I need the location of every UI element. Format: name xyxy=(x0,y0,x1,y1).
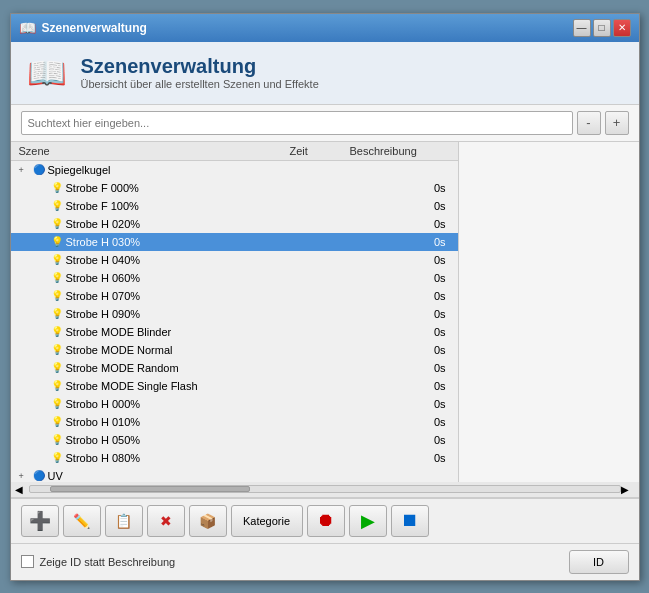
item-time: 0s xyxy=(399,326,454,338)
search-input[interactable] xyxy=(21,111,573,135)
item-label: Strobe H 030% xyxy=(66,236,399,248)
delete-button[interactable]: ✖ xyxy=(147,505,185,537)
right-panel xyxy=(459,142,639,482)
item-time: 0s xyxy=(399,254,454,266)
item-icon: 💡 xyxy=(51,308,63,319)
list-item[interactable]: 💡 Strobe MODE Single Flash 0s xyxy=(11,377,458,395)
item-time: 0s xyxy=(399,380,454,392)
item-time: 0s xyxy=(399,290,454,302)
item-label: Strobe MODE Single Flash xyxy=(66,380,399,392)
list-item[interactable]: 💡 Strobe H 040% 0s xyxy=(11,251,458,269)
show-id-checkbox[interactable] xyxy=(21,555,34,568)
item-label: Strobe MODE Blinder xyxy=(66,326,399,338)
show-id-label: Zeige ID statt Beschreibung xyxy=(40,556,176,568)
item-icon: 💡 xyxy=(51,434,63,445)
header-subtitle: Übersicht über alle erstellten Szenen un… xyxy=(81,78,319,90)
item-label: Strobe H 060% xyxy=(66,272,399,284)
expander-icon[interactable]: + xyxy=(19,471,33,481)
item-icon: 💡 xyxy=(51,272,63,283)
item-icon: 💡 xyxy=(51,362,63,373)
item-time: 0s xyxy=(399,398,454,410)
footer-left: Zeige ID statt Beschreibung xyxy=(21,555,176,568)
title-bar: 📖 Szenenverwaltung — □ ✕ xyxy=(11,14,639,42)
title-bar-controls: — □ ✕ xyxy=(573,19,631,37)
play-button[interactable]: ▶ xyxy=(349,505,387,537)
tree-header: Szene Zeit Beschreibung xyxy=(11,142,458,161)
item-icon: 💡 xyxy=(51,344,63,355)
window-title: Szenenverwaltung xyxy=(42,21,147,35)
item-label: Strobe F 100% xyxy=(66,200,399,212)
list-item[interactable]: 💡 Strobe MODE Blinder 0s xyxy=(11,323,458,341)
item-label: Strobe H 020% xyxy=(66,218,399,230)
col-time: Zeit xyxy=(290,145,350,157)
item-label: Strobe MODE Random xyxy=(66,362,399,374)
id-button[interactable]: ID xyxy=(569,550,629,574)
expander-icon[interactable]: + xyxy=(19,165,33,175)
item-icon: 💡 xyxy=(51,416,63,427)
list-item[interactable]: 💡 Strobe H 060% 0s xyxy=(11,269,458,287)
minimize-button[interactable]: — xyxy=(573,19,591,37)
hscroll-thumb[interactable] xyxy=(50,486,250,492)
item-label: Strobe H 040% xyxy=(66,254,399,266)
item-icon: 💡 xyxy=(51,182,63,193)
item-time: 0s xyxy=(399,182,454,194)
item-time: 0s xyxy=(399,434,454,446)
list-item[interactable]: 💡 Strobe F 100% 0s xyxy=(11,197,458,215)
import-button[interactable]: 📦 xyxy=(189,505,227,537)
list-item[interactable]: + 🔵 Spiegelkugel xyxy=(11,161,458,179)
copy-button[interactable]: 📋 xyxy=(105,505,143,537)
item-time: 0s xyxy=(399,416,454,428)
item-time: 0s xyxy=(399,308,454,320)
stop-button[interactable]: ⏹ xyxy=(391,505,429,537)
list-item[interactable]: 💡 Strobe F 000% 0s xyxy=(11,179,458,197)
edit-button[interactable]: ✏️ xyxy=(63,505,101,537)
bottom-toolbar: ➕ ✏️ 📋 ✖ 📦 Kategorie ⏺ ▶ ⏹ xyxy=(11,498,639,543)
list-item[interactable]: 💡 Strobe MODE Normal 0s xyxy=(11,341,458,359)
item-icon: 💡 xyxy=(51,236,63,247)
list-item[interactable]: 💡 Strobo H 010% 0s xyxy=(11,413,458,431)
window-icon: 📖 xyxy=(19,20,36,36)
list-item[interactable]: + 🔵 UV xyxy=(11,467,458,482)
hscroll-track[interactable] xyxy=(29,485,621,493)
list-item[interactable]: 💡 Strobo H 000% 0s xyxy=(11,395,458,413)
item-label: Strobo H 000% xyxy=(66,398,399,410)
close-button[interactable]: ✕ xyxy=(613,19,631,37)
tree-body[interactable]: + 🔵 Spiegelkugel 💡 Strobe F 000% 0s 💡 St… xyxy=(11,161,458,482)
item-icon: 💡 xyxy=(51,218,63,229)
add-button[interactable]: ➕ xyxy=(21,505,59,537)
scroll-right-button[interactable]: ▶ xyxy=(621,484,635,495)
item-icon: 💡 xyxy=(51,380,63,391)
list-item[interactable]: 💡 Strobe H 020% 0s xyxy=(11,215,458,233)
item-label: Strobo H 050% xyxy=(66,434,399,446)
record-button[interactable]: ⏺ xyxy=(307,505,345,537)
item-label: Strobe F 000% xyxy=(66,182,399,194)
item-label: Strobe H 070% xyxy=(66,290,399,302)
header-icon: 📖 xyxy=(27,54,67,92)
list-item[interactable]: 💡 Strobo H 050% 0s xyxy=(11,431,458,449)
maximize-button[interactable]: □ xyxy=(593,19,611,37)
item-icon: 💡 xyxy=(51,398,63,409)
list-item[interactable]: 💡 Strobe H 030% 0s xyxy=(11,233,458,251)
content-area: Szene Zeit Beschreibung + 🔵 Spiegelkugel… xyxy=(11,142,639,482)
list-item[interactable]: 💡 Strobo H 080% 0s xyxy=(11,449,458,467)
item-label: Spiegelkugel xyxy=(48,164,399,176)
main-window: 📖 Szenenverwaltung — □ ✕ 📖 Szenenverwalt… xyxy=(10,13,640,581)
list-item[interactable]: 💡 Strobe H 090% 0s xyxy=(11,305,458,323)
item-icon: 🔵 xyxy=(33,164,45,175)
scroll-left-button[interactable]: ◀ xyxy=(15,484,29,495)
footer: Zeige ID statt Beschreibung ID xyxy=(11,543,639,580)
list-item[interactable]: 💡 Strobe MODE Random 0s xyxy=(11,359,458,377)
search-bar: - + xyxy=(11,105,639,142)
item-icon: 💡 xyxy=(51,200,63,211)
minus-button[interactable]: - xyxy=(577,111,601,135)
list-item[interactable]: 💡 Strobe H 070% 0s xyxy=(11,287,458,305)
header: 📖 Szenenverwaltung Übersicht über alle e… xyxy=(11,42,639,105)
category-button[interactable]: Kategorie xyxy=(231,505,303,537)
item-icon: 🔵 xyxy=(33,470,45,481)
item-label: Strobe MODE Normal xyxy=(66,344,399,356)
item-time: 0s xyxy=(399,218,454,230)
item-time: 0s xyxy=(399,200,454,212)
horizontal-scrollbar[interactable]: ◀ ▶ xyxy=(11,482,639,498)
item-icon: 💡 xyxy=(51,290,63,301)
plus-button[interactable]: + xyxy=(605,111,629,135)
